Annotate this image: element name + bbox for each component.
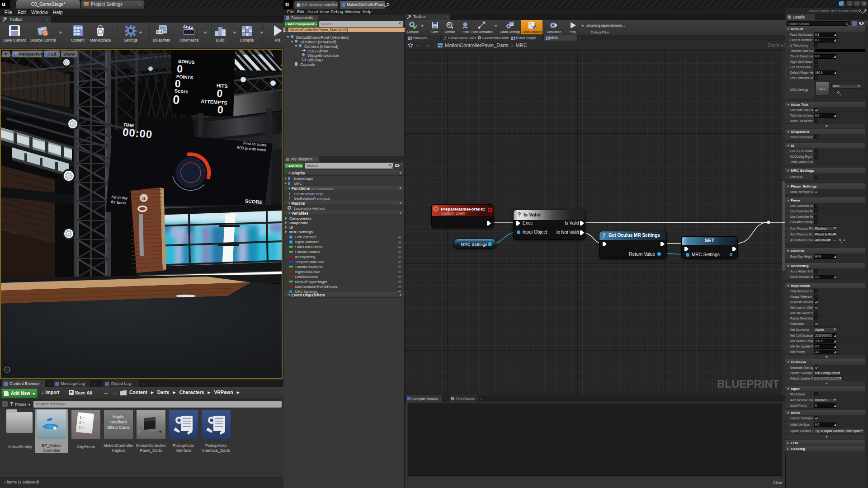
svg-text:0: 0 (217, 103, 224, 116)
svg-text:0: 0 (176, 63, 183, 75)
svg-text:00:00: 00:00 (122, 126, 153, 141)
svg-text:0: 0 (172, 93, 180, 107)
svg-text:u: u (142, 195, 145, 202)
svg-text:0: 0 (217, 87, 223, 99)
svg-text:?: ? (6, 368, 9, 372)
